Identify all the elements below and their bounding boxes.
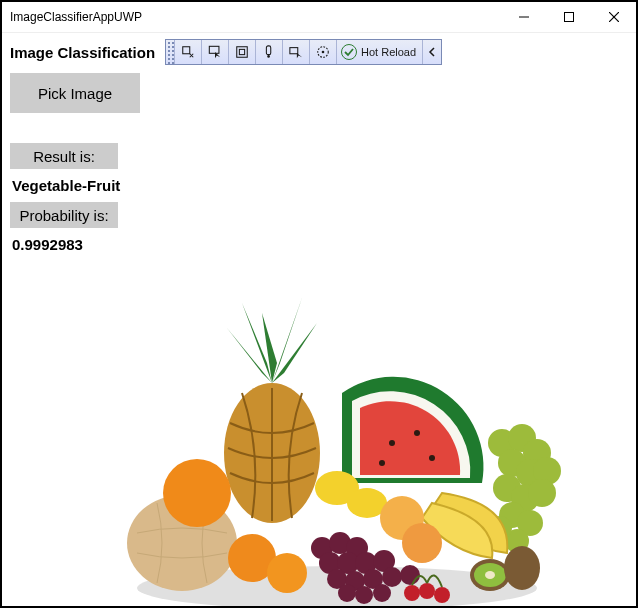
- svg-point-12: [322, 51, 325, 54]
- svg-point-51: [400, 565, 420, 585]
- svg-point-9: [267, 55, 270, 58]
- svg-point-54: [373, 584, 391, 602]
- window-frame: ImageClassifierAppUWP Image Classificati…: [0, 0, 638, 608]
- minimize-button[interactable]: [501, 2, 546, 32]
- probability-value: 0.9992983: [10, 236, 210, 253]
- svg-rect-8: [266, 46, 270, 55]
- page-title: Image Classification: [10, 44, 155, 61]
- probability-label: Probability is:: [10, 202, 118, 228]
- svg-point-60: [485, 571, 495, 579]
- svg-point-57: [434, 587, 450, 603]
- check-icon: [341, 44, 357, 60]
- hot-reload-label: Hot Reload: [361, 46, 416, 58]
- window-controls: [501, 2, 636, 32]
- collapse-toolbar-icon[interactable]: [423, 40, 441, 64]
- svg-rect-1: [564, 13, 573, 22]
- hot-reload-button[interactable]: Hot Reload: [337, 40, 423, 64]
- client-area: Image Classification: [2, 33, 636, 606]
- titlebar: ImageClassifierAppUWP: [2, 2, 636, 33]
- svg-point-52: [338, 584, 356, 602]
- svg-rect-5: [209, 46, 219, 53]
- xaml-binding-icon[interactable]: [283, 40, 310, 64]
- close-button[interactable]: [591, 2, 636, 32]
- live-visual-tree-icon[interactable]: [175, 40, 202, 64]
- svg-point-50: [382, 567, 402, 587]
- svg-point-14: [389, 440, 395, 446]
- svg-point-33: [163, 459, 231, 527]
- toolbar-grip-icon[interactable]: [166, 40, 175, 64]
- result-value: Vegetable-Fruit: [10, 177, 210, 194]
- svg-point-56: [419, 583, 435, 599]
- window-title: ImageClassifierAppUWP: [10, 10, 142, 24]
- svg-point-39: [402, 523, 442, 563]
- select-element-icon[interactable]: [202, 40, 229, 64]
- classified-image: [112, 293, 562, 608]
- maximize-button[interactable]: [546, 2, 591, 32]
- svg-rect-10: [290, 48, 298, 54]
- track-focus-icon[interactable]: [256, 40, 283, 64]
- svg-point-27: [528, 479, 556, 507]
- display-layout-icon[interactable]: [229, 40, 256, 64]
- debug-toolbar: Hot Reload: [165, 39, 442, 65]
- controls-column: Pick Image Result is: Vegetable-Fruit Pr…: [2, 67, 218, 259]
- svg-rect-7: [239, 49, 244, 54]
- svg-point-61: [504, 546, 540, 590]
- svg-point-16: [429, 455, 435, 461]
- svg-rect-4: [183, 47, 190, 54]
- svg-point-17: [379, 460, 385, 466]
- svg-point-55: [404, 585, 420, 601]
- svg-point-15: [414, 430, 420, 436]
- svg-point-35: [267, 553, 307, 593]
- scan-accessibility-icon[interactable]: [310, 40, 337, 64]
- svg-rect-6: [237, 47, 248, 58]
- svg-point-53: [355, 586, 373, 604]
- header-row: Image Classification: [2, 33, 636, 67]
- pick-image-button[interactable]: Pick Image: [10, 73, 140, 113]
- result-label: Result is:: [10, 143, 118, 169]
